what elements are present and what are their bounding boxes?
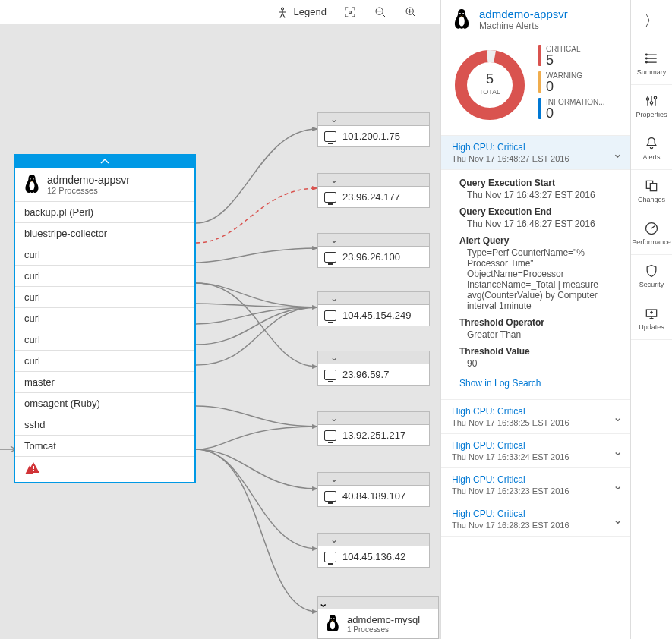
target-ip: 23.96.26.100 [342,251,400,263]
alert-detail-block: Query Execution Start Thu Nov 17 16:43:2… [441,170,630,400]
chevron-down-icon: ⌄ [613,444,623,458]
qes-value: Thu Nov 17 16:43:27 EST 2016 [459,190,620,200]
machine-header: admdemo-appsvr 12 Processes [15,168,194,201]
target-node[interactable]: ⌄104.45.154.249 [317,291,430,326]
target-collapse-bar[interactable]: ⌄ [317,291,430,305]
tv-label: Threshold Value [459,346,620,357]
process-item[interactable]: curl [15,286,194,307]
process-item[interactable]: backup.pl (Perl) [15,201,194,222]
nav-performance[interactable]: Performance [631,212,672,255]
process-item[interactable]: Tomcat [15,435,194,456]
target-body: 101.200.1.75 [317,126,430,147]
monitor-icon [324,192,336,203]
target-node[interactable]: ⌄40.84.189.107 [317,472,430,507]
warning-count: 0 [546,80,582,93]
target-collapse-bar[interactable]: ⌄ [317,472,430,486]
target-node[interactable]: ⌄13.92.251.217 [317,411,430,446]
svg-point-26 [654,96,656,99]
expand-panel-button[interactable]: 〉 [631,0,672,42]
process-item[interactable]: curl [15,244,194,265]
legend-button[interactable]: Legend [276,5,327,19]
log-search-link[interactable]: Show in Log Search [459,378,620,389]
process-item[interactable]: curl [15,265,194,286]
nav-summary[interactable]: Summary [631,42,672,85]
process-item[interactable]: omsagent (Ruby) [15,392,194,414]
chevron-down-icon: ⌄ [613,512,623,527]
properties-icon [644,93,659,109]
aq-value: Type=Perf CounterName="% Processor Time"… [459,247,620,311]
info-bar [538,98,541,119]
alert-item[interactable]: High CPU: CriticalThu Nov 17 16:33:24 ES… [441,434,630,468]
chevron-down-icon: ⌄ [330,114,338,124]
summary-icon [644,51,659,66]
nav-properties[interactable]: Properties [631,85,672,127]
machine-node-appsvr[interactable]: admdemo-appsvr 12 Processes backup.pl (P… [14,154,196,483]
tv-value: 90 [459,358,620,369]
svg-point-12 [330,618,332,619]
chevron-down-icon: ⌄ [330,413,338,423]
map-toolbar: Legend [0,0,440,24]
process-item[interactable]: curl [15,350,194,371]
zoom-in-button[interactable] [404,5,418,19]
target-node[interactable]: ⌄23.96.26.100 [317,233,430,268]
process-item[interactable]: curl [15,307,194,329]
process-item[interactable]: bluestripe-collector [15,222,194,244]
nav-security[interactable]: Security [631,255,672,297]
alert-item-expanded[interactable]: High CPU: Critical Thu Nov 17 16:48:27 E… [441,136,630,170]
fit-button[interactable] [343,5,357,19]
gauge-icon [644,221,659,236]
alert-item[interactable]: High CPU: CriticalThu Nov 17 16:23:23 ES… [441,468,630,502]
chevron-down-icon: ⌄ [330,175,338,185]
monitor-icon [324,552,336,562]
critical-count: 5 [546,53,581,67]
target-ip: 104.45.136.42 [342,551,405,562]
process-item[interactable]: master [15,371,194,392]
nav-updates[interactable]: Updates [631,297,672,340]
svg-point-0 [281,8,283,10]
alert-stats: CRITICAL 5 WARNING 0 INFORMATION... 0 [538,45,605,124]
target-node[interactable]: ⌄23.96.59.7 [317,351,430,386]
nav-changes[interactable]: Changes [631,170,672,212]
collapse-bar[interactable] [15,156,194,168]
target-collapse-bar[interactable]: ⌄ [317,351,430,364]
svg-rect-10 [33,470,34,471]
warning-bar [538,71,541,93]
zoom-out-button[interactable] [374,5,387,19]
process-item[interactable]: sshd [15,414,194,435]
changes-icon [644,178,659,194]
mysql-collapse-bar[interactable]: ⌄ [317,596,439,609]
svg-point-13 [333,618,335,619]
updates-icon [644,306,659,321]
target-node[interactable]: ⌄104.45.136.42 [317,533,430,568]
target-collapse-bar[interactable]: ⌄ [317,233,430,247]
target-collapse-bar[interactable]: ⌄ [317,411,430,425]
linux-icon [324,614,341,634]
alert-title: High CPU: Critical [452,508,620,519]
machine-node-mysql[interactable]: ⌄ admdemo-mysql 1 Processes [317,596,439,639]
donut-chart: 5 TOTAL [452,47,528,123]
linux-icon [452,8,472,31]
alert-item[interactable]: High CPU: CriticalThu Nov 17 16:38:25 ES… [441,400,630,434]
target-node[interactable]: ⌄23.96.24.177 [317,173,430,208]
target-collapse-bar[interactable]: ⌄ [317,112,430,126]
critical-bar [538,45,541,66]
chevron-down-icon: ⌄ [318,596,328,610]
qee-label: Query Execution End [459,206,620,217]
target-ip: 40.84.189.107 [342,490,405,502]
alert-title: High CPU: Critical [452,474,620,485]
chevron-down-icon: ⌄ [613,410,623,424]
alert-item[interactable]: High CPU: CriticalThu Nov 17 16:28:23 ES… [441,502,630,537]
target-collapse-bar[interactable]: ⌄ [317,173,430,187]
monitor-icon [324,131,336,142]
alert-indicator-row[interactable]: ▲ [15,456,194,482]
svg-point-15 [459,12,461,14]
svg-point-14 [459,16,465,26]
nav-alerts[interactable]: Alerts [631,127,672,170]
target-collapse-bar[interactable]: ⌄ [317,533,430,546]
chevron-down-icon: ⌄ [330,293,338,304]
svg-point-23 [646,61,648,63]
svg-text:5: 5 [486,71,494,87]
process-item[interactable]: curl [15,329,194,350]
target-body: 23.96.24.177 [317,187,430,208]
target-node[interactable]: ⌄101.200.1.75 [317,112,430,147]
